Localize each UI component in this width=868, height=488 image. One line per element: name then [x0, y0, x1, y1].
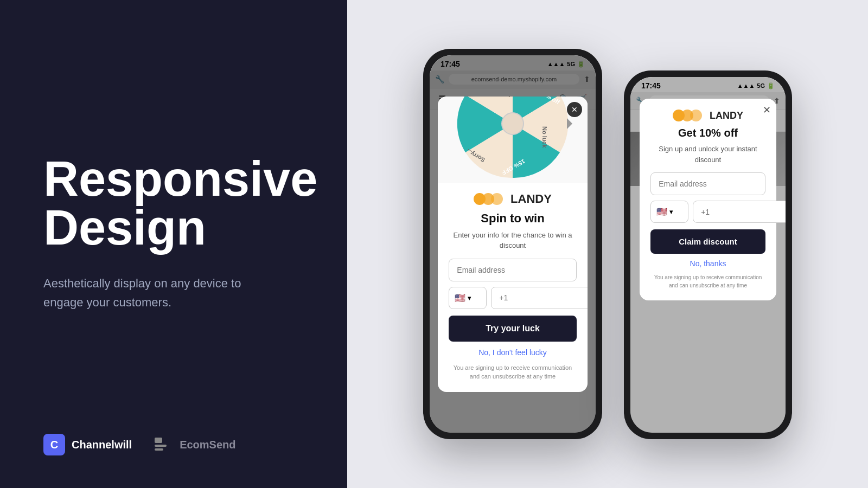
- dropdown-arrow-2: ▾: [669, 208, 673, 216]
- phone-1-legal-text: You are signing up to receive communicat…: [449, 363, 576, 381]
- landy-circle-6: [690, 110, 702, 121]
- phone-1-popup-card: ✕: [438, 97, 587, 392]
- right-panel: 17:45 ▲▲▲ 5G 🔋 🔧 ecomsend-demo.myshopify…: [347, 0, 868, 488]
- ecomsend-brand: EcomSend: [154, 435, 235, 454]
- phone-1-close-button[interactable]: ✕: [567, 102, 582, 117]
- flag-emoji-1: 🇺🇸: [455, 293, 465, 303]
- landy-name-2: LANDY: [710, 110, 743, 121]
- flag-emoji-2: 🇺🇸: [656, 207, 667, 217]
- ecomsend-icon: [154, 435, 173, 454]
- phone-2-legal-text: You are signing up to receive communicat…: [650, 273, 765, 290]
- svg-marker-8: [567, 118, 572, 129]
- phone-2-phone-row: 🇺🇸 ▾: [650, 201, 765, 223]
- channelwill-brand: C Channelwill: [43, 434, 132, 455]
- landy-circles-2: [673, 110, 702, 121]
- phone-2-flag-select[interactable]: 🇺🇸 ▾: [650, 201, 688, 223]
- phone-1-phone-row: 🇺🇸 ▾: [449, 287, 576, 309]
- phone-2-popup-overlay: ✕ LANDY Get 10% off Sign up and unlock y…: [630, 77, 786, 433]
- phone-1-no-thanks-link[interactable]: No, I don't feel lucky: [449, 348, 576, 357]
- phone-2-phone-input[interactable]: [693, 201, 786, 223]
- wheel-container: 10% off No luck 15% OFF Sorry...: [453, 97, 572, 183]
- svg-rect-2: [155, 448, 163, 451]
- dropdown-arrow-1: ▾: [468, 294, 471, 302]
- svg-rect-0: [155, 438, 162, 443]
- phone-1-screen: 17:45 ▲▲▲ 5G 🔋 🔧 ecomsend-demo.myshopify…: [430, 55, 596, 433]
- wheel-section: 10% off No luck 15% OFF Sorry...: [438, 97, 587, 183]
- phone-2-popup-title: Get 10% off: [650, 127, 765, 139]
- phone-2-popup-desc: Sign up and unlock your instant discount: [650, 144, 765, 165]
- channelwill-icon: C: [43, 434, 65, 455]
- phone-1-popup-overlay: ✕: [430, 55, 596, 433]
- main-title: Responsive Design: [43, 155, 309, 252]
- phone-1-phone-input[interactable]: [491, 287, 587, 309]
- svg-rect-1: [155, 445, 167, 447]
- phone-2-no-thanks-link[interactable]: No, thanks: [650, 259, 765, 268]
- phone-1-popup-title: Spin to win: [449, 211, 576, 226]
- try-luck-button[interactable]: Try your luck: [449, 316, 576, 342]
- phone-2: 17:45 ▲▲▲ 5G 🔋 🔧 ecomsend-demo.myshopify…: [624, 70, 792, 439]
- svg-point-3: [502, 113, 524, 134]
- landy-circle-3: [491, 193, 503, 205]
- ecomsend-label: EcomSend: [180, 439, 235, 451]
- phone-2-popup-card: ✕ LANDY Get 10% off Sign up and unlock y…: [640, 99, 776, 300]
- phone-1-flag-select[interactable]: 🇺🇸 ▾: [449, 287, 487, 309]
- landy-name-1: LANDY: [510, 192, 552, 206]
- brand-row: C Channelwill EcomSend: [43, 434, 309, 455]
- subtitle: Aesthetically display on any device to e…: [43, 274, 271, 312]
- phone-2-logo: LANDY: [650, 110, 765, 121]
- phone-1-popup-body: LANDY Spin to win Enter your info for th…: [438, 183, 587, 392]
- phone-1-logo: LANDY: [449, 192, 576, 206]
- channelwill-label: Channelwill: [72, 439, 132, 451]
- phone-1-email-input[interactable]: [449, 259, 576, 281]
- left-panel: Responsive Design Aesthetically display …: [0, 0, 347, 488]
- landy-circles: [474, 193, 503, 205]
- claim-discount-button[interactable]: Claim discount: [650, 229, 765, 254]
- phone-2-email-input[interactable]: [650, 172, 765, 195]
- phone-1: 17:45 ▲▲▲ 5G 🔋 🔧 ecomsend-demo.myshopify…: [423, 49, 602, 439]
- svg-text:No luck: No luck: [541, 126, 548, 149]
- phone-2-close-button[interactable]: ✕: [763, 104, 771, 116]
- phone-1-popup-desc: Enter your info for the chance to win a …: [449, 230, 576, 251]
- phone-2-screen: 17:45 ▲▲▲ 5G 🔋 🔧 ecomsend-demo.myshopify…: [630, 77, 786, 433]
